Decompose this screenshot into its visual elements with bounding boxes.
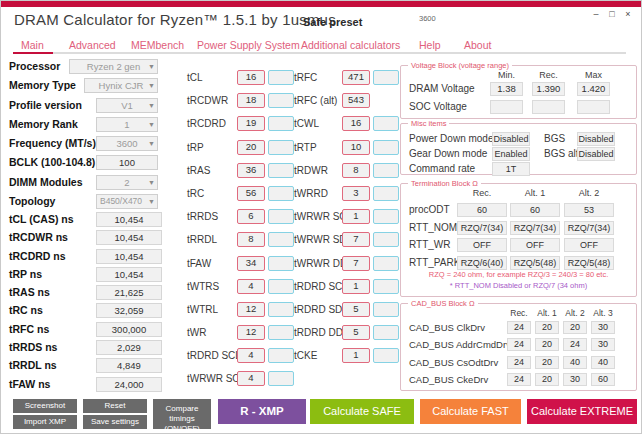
ns-value-field[interactable]: 4,849 (96, 358, 162, 373)
ns-value-field[interactable]: 10,454 (96, 212, 162, 227)
menu-item[interactable]: Main (21, 39, 44, 51)
timing-compare-field[interactable] (268, 279, 294, 294)
timing-value-field[interactable]: 1 (342, 348, 370, 363)
misc-value-field[interactable]: 1T (492, 162, 530, 176)
timing-value-field[interactable]: 471 (342, 70, 370, 85)
cad-bus-rec-field[interactable]: 24 (507, 338, 531, 351)
timing-value-field[interactable]: 12 (237, 302, 265, 317)
r-xmp-button[interactable]: R - XMP (218, 399, 306, 424)
cad-bus-alt3-field[interactable]: 40 (591, 356, 615, 369)
timing-compare-field[interactable] (373, 256, 399, 271)
timing-compare-field[interactable] (268, 163, 294, 178)
misc-second-value-field[interactable]: Disabled (577, 132, 615, 146)
cad-bus-rec-field[interactable]: 24 (507, 321, 531, 334)
timing-value-field[interactable]: 18 (237, 93, 265, 108)
termination-rec-field[interactable]: RZQ/7(34) (457, 221, 507, 235)
cad-bus-alt1-field[interactable]: 20 (535, 373, 559, 386)
voltage-min-field[interactable] (490, 100, 523, 114)
menu-item[interactable]: Additional calculators (301, 39, 400, 51)
timing-compare-field[interactable] (268, 325, 294, 340)
reset-button[interactable]: Reset (83, 399, 147, 413)
timing-value-field[interactable]: 56 (237, 186, 265, 201)
config-dropdown[interactable]: Ryzen 2 gen ▼ (69, 59, 158, 74)
menu-item[interactable]: Help (419, 39, 441, 51)
termination-alt1-field[interactable]: 60 (510, 203, 560, 217)
ns-value-field[interactable]: 21,625 (96, 285, 162, 300)
ns-value-field[interactable]: 24,000 (96, 377, 162, 392)
timing-compare-field[interactable] (373, 348, 399, 363)
timing-compare-field[interactable] (268, 256, 294, 271)
voltage-min-field[interactable]: 1.38 (490, 82, 523, 96)
minimize-icon[interactable]: – (589, 8, 603, 20)
menu-item[interactable]: Power Supply System (197, 39, 300, 51)
cad-bus-alt3-field[interactable]: 30 (591, 338, 615, 351)
cad-bus-alt3-field[interactable]: 30 (591, 321, 615, 334)
termination-alt2-field[interactable]: RZQ/5(48) (564, 256, 614, 270)
timing-compare-field[interactable] (373, 186, 399, 201)
calculate-safe-button[interactable]: Calculate SAFE (310, 399, 414, 424)
cad-bus-alt2-field[interactable]: 20 (563, 321, 587, 334)
timing-value-field[interactable]: 20 (237, 140, 265, 155)
timing-value-field[interactable]: 4 (237, 279, 265, 294)
voltage-max-field[interactable]: 1.420 (577, 82, 610, 96)
timing-value-field[interactable]: 543 (342, 93, 370, 108)
timing-compare-field[interactable] (268, 232, 294, 247)
voltage-max-field[interactable] (577, 100, 610, 114)
misc-second-value-field[interactable]: Disabled (577, 147, 615, 161)
cad-bus-alt3-field[interactable]: 60 (591, 373, 615, 386)
timing-value-field[interactable]: 5 (342, 302, 370, 317)
voltage-rec-field[interactable] (532, 100, 565, 114)
close-icon[interactable]: × (621, 8, 635, 20)
termination-alt2-field[interactable]: RZQ/7(34) (564, 221, 614, 235)
config-dropdown[interactable]: 1 ▼ (96, 117, 158, 132)
termination-rec-field[interactable]: 60 (457, 203, 507, 217)
calculate-fast-button[interactable]: Calculate FAST (420, 399, 521, 424)
timing-compare-field[interactable] (373, 163, 399, 178)
config-dropdown[interactable]: 100 (96, 155, 158, 170)
timing-compare-field[interactable] (373, 70, 399, 85)
timing-compare-field[interactable] (373, 116, 399, 131)
screenshot-button[interactable]: Screenshot (13, 399, 77, 413)
menu-item[interactable]: Advanced (69, 39, 116, 51)
timing-value-field[interactable]: 5 (342, 325, 370, 340)
timing-compare-field[interactable] (268, 93, 294, 108)
cad-bus-rec-field[interactable]: 24 (507, 373, 531, 386)
timing-value-field[interactable]: 1 (342, 279, 370, 294)
timing-value-field[interactable]: 6 (237, 209, 265, 224)
timing-value-field[interactable]: 7 (342, 256, 370, 271)
timing-value-field[interactable]: 19 (237, 116, 265, 131)
timing-compare-field[interactable] (268, 116, 294, 131)
timing-compare-field[interactable] (373, 325, 399, 340)
termination-alt2-field[interactable]: 53 (564, 203, 614, 217)
termination-rec-field[interactable]: RZQ/6(40) (457, 256, 507, 270)
termination-rec-field[interactable]: OFF (457, 238, 507, 252)
compare-timings-button[interactable]: Compare timings (ON/OFF) (153, 399, 211, 429)
ns-value-field[interactable]: 10,454 (96, 267, 162, 282)
timing-value-field[interactable]: 36 (237, 163, 265, 178)
timing-compare-field[interactable] (268, 302, 294, 317)
cad-bus-alt2-field[interactable]: 24 (563, 338, 587, 351)
timing-compare-field[interactable] (268, 348, 294, 363)
save-settings-button[interactable]: Save settings (83, 415, 147, 429)
termination-alt1-field[interactable]: OFF (510, 238, 560, 252)
calculate-extreme-button[interactable]: Calculate EXTREME (527, 399, 637, 424)
timing-compare-field[interactable] (373, 140, 399, 155)
timing-compare-field[interactable] (373, 209, 399, 224)
ns-value-field[interactable]: 300,000 (96, 322, 162, 337)
timing-value-field[interactable]: 16 (237, 70, 265, 85)
timing-compare-field[interactable] (373, 279, 399, 294)
cad-bus-alt1-field[interactable]: 20 (535, 338, 559, 351)
timing-compare-field[interactable] (268, 140, 294, 155)
maximize-icon[interactable]: □ (605, 8, 619, 20)
timing-value-field[interactable]: 12 (237, 325, 265, 340)
timing-compare-field[interactable] (373, 232, 399, 247)
menu-item[interactable]: About (464, 39, 491, 51)
termination-alt1-field[interactable]: RZQ/7(34) (510, 221, 560, 235)
timing-compare-field[interactable] (373, 302, 399, 317)
timing-value-field[interactable]: 4 (237, 371, 265, 386)
timing-compare-field[interactable] (268, 186, 294, 201)
misc-value-field[interactable]: Enabled (492, 147, 530, 161)
timing-value-field[interactable]: 7 (342, 232, 370, 247)
timing-value-field[interactable]: 34 (237, 256, 265, 271)
timing-compare-field[interactable] (268, 70, 294, 85)
